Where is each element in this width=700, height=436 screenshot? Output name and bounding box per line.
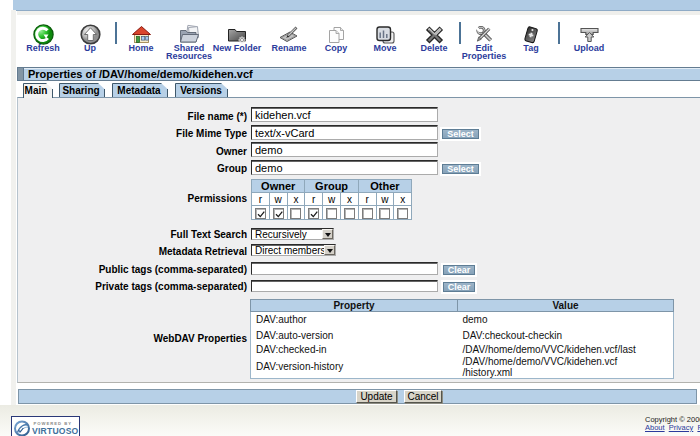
svg-text:Sharing: Sharing bbox=[62, 85, 99, 96]
svg-text:Metadata: Metadata bbox=[117, 85, 161, 96]
svg-text:Main: Main bbox=[25, 85, 48, 96]
svg-text:Versions: Versions bbox=[180, 85, 222, 96]
svg-text:VIRTUOSO: VIRTUOSO bbox=[32, 426, 79, 436]
